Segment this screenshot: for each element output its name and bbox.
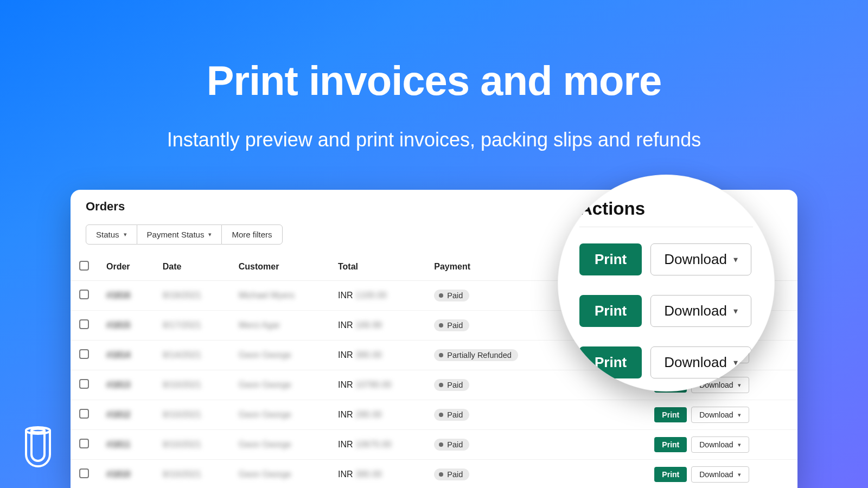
order-date: 8/10/2021	[163, 380, 201, 389]
order-amount: 1100.00	[355, 291, 387, 300]
table-row: #18118/10/2021Geon GeorgeINR 10670.00Pai…	[71, 430, 797, 460]
payment-badge: Partially Refunded	[434, 349, 518, 361]
order-id: #1815	[106, 320, 131, 330]
more-filters-button[interactable]: More filters	[221, 224, 282, 245]
download-button[interactable]: Download ▾	[691, 407, 749, 423]
customer-name: Geon George	[239, 380, 291, 389]
print-button[interactable]: Print	[579, 295, 642, 327]
payment-status: Partially Refunded	[447, 351, 512, 359]
row-checkbox[interactable]	[79, 319, 89, 329]
column-payment: Payment	[425, 254, 563, 281]
payment-badge: Paid	[434, 468, 469, 480]
currency: INR	[338, 470, 353, 479]
download-label: Download	[664, 354, 727, 371]
order-amount: 169.99	[355, 320, 382, 330]
payment-status-filter-button[interactable]: Payment Status ▾	[137, 224, 222, 245]
hero: Print invoices and more Instantly previe…	[0, 0, 868, 151]
hero-subtitle: Instantly preview and print invoices, pa…	[0, 129, 868, 151]
customer-name: Michael Myers	[239, 291, 295, 300]
column-order: Order	[98, 254, 154, 281]
order-amount: 280.00	[355, 410, 382, 419]
payment-status: Paid	[447, 470, 463, 479]
payment-status: Paid	[447, 321, 463, 330]
currency: INR	[338, 410, 353, 419]
payment-status: Paid	[447, 440, 463, 449]
caret-down-icon: ▾	[124, 231, 127, 238]
row-checkbox[interactable]	[79, 439, 89, 448]
order-date: 8/10/2021	[163, 470, 201, 479]
print-button[interactable]: Print	[654, 467, 687, 482]
row-checkbox[interactable]	[79, 379, 89, 389]
currency: INR	[338, 440, 353, 449]
currency: INR	[338, 291, 353, 300]
svg-point-1	[31, 429, 44, 433]
payment-status: Paid	[447, 381, 463, 389]
status-dot-icon	[439, 323, 443, 328]
caret-down-icon: ▾	[208, 231, 212, 238]
more-filters-label: More filters	[232, 230, 272, 239]
column-customer: Customer	[230, 254, 329, 281]
download-button[interactable]: Download ▾	[650, 243, 751, 275]
status-filter-button[interactable]: Status ▾	[86, 224, 137, 245]
caret-down-icon: ▾	[738, 412, 741, 419]
hero-title: Print invoices and more	[0, 57, 868, 104]
currency: INR	[338, 380, 353, 389]
magnifier-row: Print Download ▾	[579, 243, 753, 275]
status-dot-icon	[439, 413, 443, 417]
payment-badge: Paid	[434, 409, 469, 421]
download-label: Download	[664, 251, 727, 268]
order-date: 8/10/2021	[163, 410, 201, 419]
print-button[interactable]: Print	[654, 407, 687, 422]
payment-status: Paid	[447, 410, 463, 419]
table-row: #18128/10/2021Geon GeorgeINR 280.00PaidP…	[71, 400, 797, 430]
caret-down-icon: ▾	[738, 471, 741, 478]
order-date: 8/18/2021	[163, 291, 201, 300]
download-button[interactable]: Download ▾	[691, 436, 749, 453]
order-amount: 10780.00	[355, 380, 392, 389]
payment-badge: Paid	[434, 319, 469, 331]
print-button[interactable]: Print	[654, 437, 687, 452]
order-amount: 10670.00	[355, 440, 392, 449]
download-button[interactable]: Download ▾	[650, 295, 751, 327]
currency: INR	[338, 350, 353, 359]
caret-down-icon: ▾	[738, 441, 741, 448]
customer-name: Geon George	[239, 410, 291, 419]
payment-status: Paid	[447, 291, 463, 300]
brand-logo	[18, 426, 58, 474]
row-checkbox[interactable]	[79, 349, 89, 359]
select-all-checkbox[interactable]	[79, 261, 89, 271]
caret-down-icon: ▾	[738, 382, 741, 389]
download-label: Download	[699, 410, 733, 419]
row-checkbox[interactable]	[79, 290, 89, 299]
order-id: #1811	[106, 440, 131, 449]
download-label: Download	[664, 303, 727, 319]
order-amount: 380.00	[355, 470, 382, 479]
magnifier-title: Actions	[579, 198, 753, 227]
download-button[interactable]: Download ▾	[691, 466, 749, 483]
column-total: Total	[329, 254, 425, 281]
payment-badge: Paid	[434, 290, 469, 301]
column-date: Date	[154, 254, 230, 281]
order-id: #1814	[106, 350, 131, 359]
table-row: #18108/10/2021Geon GeorgeINR 380.00PaidP…	[71, 460, 797, 489]
row-checkbox[interactable]	[79, 409, 89, 419]
magnifier-row: Print Download ▾	[579, 295, 753, 327]
customer-name: Merci Agar	[239, 320, 280, 330]
row-checkbox[interactable]	[79, 468, 89, 478]
status-filter-label: Status	[96, 230, 119, 239]
magnifier-callout: Actions Print Download ▾ Print Download …	[558, 175, 775, 391]
status-dot-icon	[439, 442, 443, 447]
caret-down-icon: ▾	[733, 254, 738, 265]
order-amount: 380.00	[355, 350, 382, 359]
order-id: #1810	[106, 470, 131, 479]
order-id: #1813	[106, 380, 131, 389]
print-button[interactable]: Print	[579, 243, 642, 275]
order-date: 8/17/2021	[163, 320, 201, 330]
caret-down-icon: ▾	[733, 306, 738, 316]
download-label: Download	[699, 470, 733, 479]
order-date: 8/10/2021	[163, 440, 201, 449]
customer-name: Geon George	[239, 350, 291, 359]
order-id: #1812	[106, 410, 131, 419]
order-id: #1816	[106, 291, 131, 300]
customer-name: Geon George	[239, 440, 291, 449]
